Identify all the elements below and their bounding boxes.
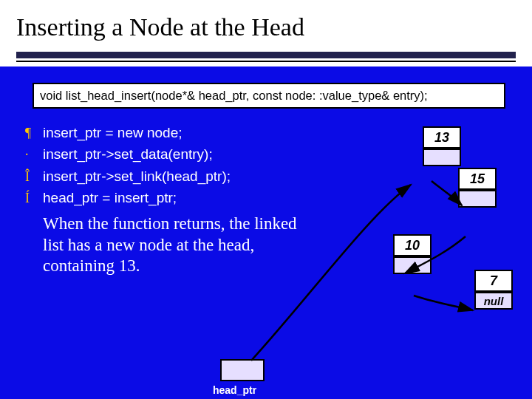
node-13: 13 bbox=[423, 126, 461, 149]
bullet-icon: ¶ bbox=[25, 123, 43, 144]
step-4: Í head_ptr = insert_ptr; bbox=[25, 187, 338, 208]
node-7: 7 null bbox=[474, 270, 513, 292]
bullet-icon: Î bbox=[25, 167, 43, 188]
bullet-icon: · bbox=[25, 145, 43, 166]
title-rules bbox=[0, 52, 532, 66]
explanatory-note: When the function returns, the linked li… bbox=[43, 214, 309, 277]
step-text: head_ptr = insert_ptr; bbox=[43, 187, 177, 208]
step-text: insert_ptr = new node; bbox=[43, 122, 183, 143]
node-15-ptr bbox=[458, 190, 497, 208]
function-signature: void list_head_insert(node*& head_ptr, c… bbox=[33, 83, 505, 109]
slide-title: Inserting a Node at the Head bbox=[0, 0, 532, 52]
linked-list-diagram: 13 15 10 7 null bbox=[341, 122, 526, 329]
step-text: insert_ptr->set_link(head_ptr); bbox=[43, 166, 231, 187]
bullet-icon: Í bbox=[25, 188, 43, 209]
node-15: 15 bbox=[458, 168, 497, 190]
head-ptr-box bbox=[220, 359, 265, 381]
steps-list: ¶ insert_ptr = new node; · insert_ptr->s… bbox=[25, 122, 338, 329]
step-text: insert_ptr->set_data(entry); bbox=[43, 143, 213, 165]
node-10-ptr bbox=[393, 256, 432, 274]
node-10: 10 bbox=[393, 234, 432, 256]
step-2: · insert_ptr->set_data(entry); bbox=[25, 143, 338, 165]
step-3: Î insert_ptr->set_link(head_ptr); bbox=[25, 166, 338, 187]
node-13-ptr bbox=[423, 149, 461, 166]
node-7-null: null bbox=[474, 292, 513, 310]
step-1: ¶ insert_ptr = new node; bbox=[25, 122, 338, 143]
head-ptr-label: head_ptr bbox=[213, 384, 256, 396]
